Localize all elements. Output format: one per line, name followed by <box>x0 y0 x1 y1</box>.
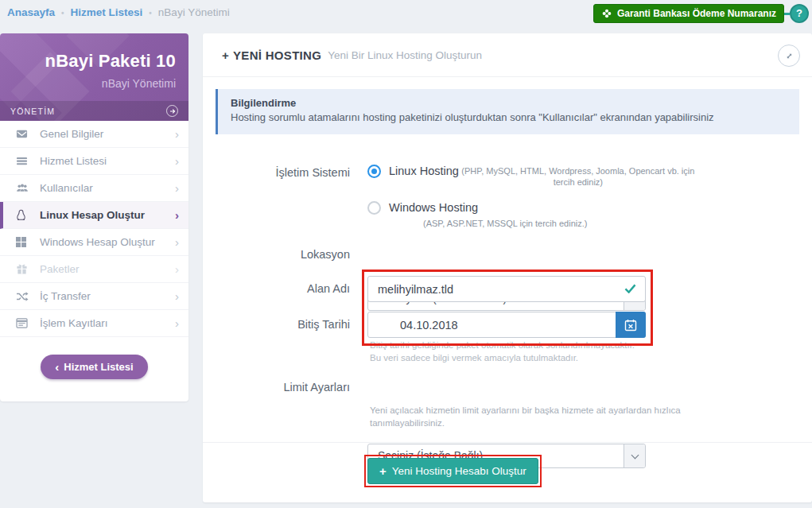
sidebar-item-label: Paketler <box>40 263 80 275</box>
sidebar-item-label: Windows Hesap Oluştur <box>40 236 155 248</box>
sidebar-item-windows-hesap-olustur[interactable]: Windows Hesap Oluştur <box>0 229 188 256</box>
sidebar-item-ic-transfer[interactable]: İç Transfer <box>0 283 188 310</box>
limit-hint-line1: Yeni açılacak hizmetin limit ayarlarını … <box>370 405 681 415</box>
calendar-button[interactable] <box>616 312 646 338</box>
annotation-box-submit: Yeni Hosting Hesabı Oluştur <box>364 455 542 487</box>
sidebar-item-label: Linux Hesap Oluştur <box>40 209 145 221</box>
records-icon <box>16 318 29 328</box>
check-icon <box>624 284 636 293</box>
users-icon <box>16 182 29 194</box>
envelope-icon <box>16 128 29 140</box>
main-panel: YENİ HOSTING Yeni Bir Linux Hosting Oluş… <box>203 33 812 502</box>
chevron-right-icon <box>175 208 179 222</box>
limit-label: Limit Ayarları <box>215 381 350 394</box>
os-label: İşletim Sistemi <box>215 166 350 179</box>
windows-radio[interactable] <box>367 201 381 215</box>
breadcrumb-separator <box>61 6 64 18</box>
breadcrumb-service-list-link[interactable]: Hizmet Listesi <box>71 6 143 18</box>
breadcrumb: Anasayfa Hizmet Listesi nBayi Yönetimi <box>7 6 230 18</box>
garanti-payment-label: Garanti Bankası Ödeme Numaranız <box>617 8 776 19</box>
arrow-right-circle-icon[interactable] <box>166 105 178 117</box>
shuffle-icon <box>16 291 29 302</box>
windows-icon <box>16 237 29 247</box>
end-date-label: Bitiş Tarihi <box>215 318 350 331</box>
chevron-right-icon <box>175 289 179 303</box>
breadcrumb-home-link[interactable]: Anasayfa <box>7 6 55 18</box>
os-options: Linux Hosting (PHP, MySQL, HTML, Wordpre… <box>367 163 709 229</box>
package-subtitle: nBayi Yönetimi <box>102 77 176 90</box>
page-title: YENİ HOSTING <box>222 48 321 62</box>
back-to-service-list-button[interactable]: Hizmet Listesi <box>41 355 147 379</box>
list-icon <box>16 155 29 167</box>
chevron-right-icon <box>175 235 179 249</box>
sidebar: nBayi Paketi 10 nBayi Yönetimi YÖNETİM G… <box>0 33 188 401</box>
gift-icon <box>16 263 29 275</box>
panel-header: YENİ HOSTING Yeni Bir Linux Hosting Oluş… <box>203 33 812 77</box>
page: Anasayfa Hizmet Listesi nBayi Yönetimi G… <box>0 0 812 508</box>
chevron-right-icon <box>175 316 179 330</box>
end-date-field-wrap <box>367 312 646 338</box>
sidebar-footer: Hizmet Listesi <box>0 337 188 401</box>
sidebar-item-kullanicilar[interactable]: Kullanıcılar <box>0 175 188 202</box>
linux-radio[interactable] <box>367 165 381 178</box>
windows-radio-hint: (ASP, ASP.NET, MSSQL için tercih ediniz.… <box>423 218 678 229</box>
end-date-hint-line2: Bu veri sadece bilgi vermek amacıyla tut… <box>370 353 578 363</box>
domain-input[interactable] <box>367 276 646 302</box>
sidebar-item-label: İç Transfer <box>40 290 91 302</box>
end-date-input[interactable] <box>367 312 646 338</box>
chevron-right-icon <box>175 262 179 276</box>
sidebar-item-label: Hizmet Listesi <box>40 155 107 167</box>
windows-radio-label: Windows Hosting <box>389 200 478 216</box>
clover-icon <box>601 8 612 19</box>
sidebar-item-hizmet-listesi[interactable]: Hizmet Listesi <box>0 148 188 175</box>
plus-icon <box>379 464 387 478</box>
sidebar-item-label: Genel Bilgiler <box>40 128 103 140</box>
chevron-right-icon <box>175 154 179 168</box>
chevron-left-icon <box>55 360 59 374</box>
domain-field-wrap <box>367 276 646 302</box>
plus-icon <box>222 48 229 62</box>
linux-radio-label: Linux Hosting <box>389 163 459 180</box>
calendar-x-icon <box>624 319 637 332</box>
sidebar-item-label: İşlem Kayıtları <box>40 317 108 329</box>
help-button[interactable]: ? <box>790 4 809 23</box>
connector-line <box>784 13 790 15</box>
create-hosting-label: Yeni Hosting Hesabı Oluştur <box>392 465 526 477</box>
section-divider <box>203 442 812 443</box>
sidebar-item-linux-hesap-olustur[interactable]: Linux Hesap Oluştur <box>0 202 188 229</box>
chevron-down-icon <box>624 444 645 467</box>
sidebar-item-islem-kayitlari[interactable]: İşlem Kayıtları <box>0 310 188 337</box>
sidebar-item-label: Kullanıcılar <box>40 182 93 194</box>
expand-button[interactable] <box>778 45 800 67</box>
chevron-right-icon <box>175 127 179 141</box>
sidebar-item-genel-bilgiler[interactable]: Genel Bilgiler <box>0 121 188 148</box>
location-label: Lokasyon <box>215 248 350 261</box>
chevron-right-icon <box>175 181 179 195</box>
package-title: nBayi Paketi 10 <box>45 51 176 72</box>
linux-radio-hint: (PHP, MySQL, HTML, Wordpress, Joomla, Op… <box>459 165 697 188</box>
management-label: YÖNETİM <box>10 107 55 116</box>
page-subtitle: Yeni Bir Linux Hosting Oluşturun <box>328 49 482 61</box>
page-title-text: YENİ HOSTING <box>233 48 321 62</box>
create-hosting-button[interactable]: Yeni Hosting Hesabı Oluştur <box>367 458 538 484</box>
sidebar-header: nBayi Paketi 10 nBayi Yönetimi YÖNETİM <box>0 33 188 121</box>
back-button-label: Hizmet Listesi <box>64 361 133 373</box>
info-box-title: Bilgilendirme <box>231 97 787 109</box>
expand-arrows-icon <box>784 51 795 61</box>
windows-hosting-option[interactable]: Windows Hosting <box>367 200 709 216</box>
sidebar-menu: Genel Bilgiler Hizmet Listesi Kullanıcıl… <box>0 121 188 337</box>
linux-hosting-option[interactable]: Linux Hosting (PHP, MySQL, HTML, Wordpre… <box>367 163 709 188</box>
domain-label: Alan Adı <box>215 282 350 295</box>
linux-icon <box>16 209 29 221</box>
breadcrumb-current-page: nBayi Yönetimi <box>158 6 230 18</box>
info-box: Bilgilendirme Hosting sorumlu atamaların… <box>216 89 799 134</box>
info-box-text: Hosting sorumlu atamalarını hosting pake… <box>231 111 787 123</box>
management-strip: YÖNETİM <box>0 101 188 121</box>
sidebar-item-paketler[interactable]: Paketler <box>0 256 188 283</box>
garanti-payment-button[interactable]: Garanti Bankası Ödeme Numaranız <box>593 4 784 23</box>
limit-hint-line2: tanımlayabilirsiniz. <box>370 418 445 428</box>
topbar-actions: Garanti Bankası Ödeme Numaranız ? <box>593 4 809 23</box>
breadcrumb-separator <box>149 6 152 18</box>
end-date-hint-line1: Bitiş tarihi geldiğinde paket otomatik o… <box>370 340 635 350</box>
